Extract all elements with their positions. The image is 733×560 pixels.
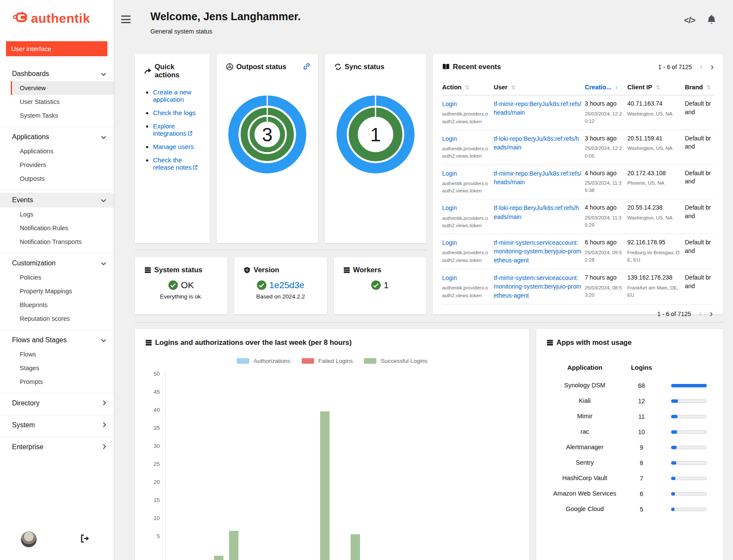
user-interface-button[interactable]: User interface xyxy=(6,41,107,56)
event-action-link[interactable]: Login xyxy=(442,100,490,108)
authentik-logo[interactable]: authentik xyxy=(0,0,114,33)
chart-bar[interactable] xyxy=(351,534,360,560)
event-action-link[interactable]: Login xyxy=(442,274,490,282)
sidebar-item-notification-transports[interactable]: Notification Transports xyxy=(11,235,114,249)
sidebar-section-header[interactable]: System xyxy=(0,418,114,432)
sidebar-item-stages[interactable]: Stages xyxy=(11,361,114,375)
sidebar-item-flows[interactable]: Flows xyxy=(11,347,114,361)
dashboard-content: Quick actions Create a new applicationCh… xyxy=(114,45,733,560)
chart-bar[interactable] xyxy=(320,411,330,560)
sidebar-item-notification-rules[interactable]: Notification Rules xyxy=(11,221,114,235)
sidebar-section-directory: Directory xyxy=(0,393,114,415)
chart-bar[interactable] xyxy=(214,556,223,560)
event-client-ip-cell: 40.71.163.74Washington, US, NA xyxy=(627,95,684,130)
app-login-count: 12 xyxy=(623,398,660,405)
sidebar-item-policies[interactable]: Policies xyxy=(11,271,114,284)
legend-item-failed-logins[interactable]: Failed Logins xyxy=(302,358,353,364)
app-login-count: 7 xyxy=(623,475,660,482)
apps-usage-title: Apps with most usage xyxy=(556,338,632,347)
sort-icon[interactable]: ⇅ xyxy=(465,84,470,91)
sidebar-item-reputation-scores[interactable]: Reputation scores xyxy=(11,312,114,326)
event-client-ip-cell: 92.116.178.95Freiburg im Breisgau, DE, E… xyxy=(627,234,684,269)
sidebar-section-header[interactable]: Customization xyxy=(0,256,114,271)
chart-bar[interactable] xyxy=(229,531,238,560)
column-header-brand[interactable]: Brand⇅ xyxy=(685,79,714,95)
version-value-link[interactable]: 1e25d3e xyxy=(269,280,305,290)
sidebar-item-system-tasks[interactable]: System Tasks xyxy=(11,109,114,122)
event-client-ip-cell: 20.51.159.41Washington, US, NA xyxy=(627,130,684,164)
progress-fill xyxy=(671,477,675,480)
legend-item-authorizations[interactable]: Authorizations xyxy=(237,358,290,364)
sort-icon[interactable]: ⇅ xyxy=(656,84,660,91)
sidebar-section-label: Applications xyxy=(12,133,49,141)
sidebar-footer xyxy=(0,519,114,560)
sort-icon[interactable]: ⇅ xyxy=(706,84,711,91)
legend-item-successful-logins[interactable]: Successful Logins xyxy=(364,358,428,364)
sort-icon[interactable]: ⇅ xyxy=(511,84,516,91)
user-avatar[interactable] xyxy=(21,531,37,548)
column-header-action[interactable]: Action⇅ xyxy=(442,79,493,95)
app-name: Alertmanager xyxy=(547,443,623,452)
event-time-ago: 4 hours ago xyxy=(585,204,624,212)
notifications-bell-icon[interactable] xyxy=(707,15,716,26)
event-user-link[interactable]: tf-mimir-system:serviceaccount:monitorin… xyxy=(494,238,581,265)
hamburger-menu-icon[interactable] xyxy=(121,15,131,23)
sidebar-item-providers[interactable]: Providers xyxy=(11,158,114,172)
event-user-link[interactable]: tf-loki-repo:BeryJu/k8s:ref:refs/heads/m… xyxy=(494,134,581,152)
event-action-link[interactable]: Login xyxy=(442,204,490,212)
app-login-count: 68 xyxy=(623,382,660,389)
sign-out-icon[interactable] xyxy=(80,534,90,545)
sidebar-section-header[interactable]: Applications xyxy=(0,130,114,144)
event-user-link[interactable]: tf-mimir-system:serviceaccount:monitorin… xyxy=(494,274,581,300)
column-header-user[interactable]: User⇅ xyxy=(494,79,584,95)
pagination-next-icon[interactable]: › xyxy=(711,64,714,70)
sidebar-item-user-statistics[interactable]: User Statistics xyxy=(11,95,114,109)
event-user-link[interactable]: tf-mimir-repo:BeryJu/k8s:ref:refs/heads/… xyxy=(494,100,581,117)
sidebar-item-property-mappings[interactable]: Property Mappings xyxy=(11,284,114,298)
sidebar-item-logs[interactable]: Logs xyxy=(11,207,114,221)
sidebar-item-outposts[interactable]: Outposts xyxy=(11,172,114,186)
sidebar-item-blueprints[interactable]: Blueprints xyxy=(11,298,114,312)
quick-action-link[interactable]: Manage users xyxy=(153,143,194,150)
sort-ascending-icon[interactable]: ↑ xyxy=(615,84,618,91)
check-circle-icon xyxy=(257,280,266,290)
outpost-link-icon[interactable] xyxy=(303,63,310,72)
sidebar-section-header[interactable]: Dashboards xyxy=(0,67,114,81)
sidebar-section-header[interactable]: Directory xyxy=(0,396,114,411)
event-action-link[interactable]: Login xyxy=(442,238,490,247)
server-icon xyxy=(145,339,152,346)
sidebar-item-prompts[interactable]: Prompts xyxy=(11,375,114,389)
sidebar-section-system: System xyxy=(0,415,114,437)
event-context: authentik.providers.oauth2.views.token xyxy=(442,215,490,230)
app-login-count: 9 xyxy=(623,444,660,451)
quick-action-link[interactable]: Create a new application xyxy=(153,88,191,103)
quick-action-link[interactable]: Check the release notes xyxy=(153,156,192,171)
sidebar-section-header[interactable]: Enterprise xyxy=(0,440,114,454)
events-pagination-bottom: 1 - 6 of 7125 ‹ › xyxy=(657,310,713,317)
quick-action-link[interactable]: Explore integrations xyxy=(153,122,186,137)
sidebar-section-header[interactable]: Events xyxy=(0,193,114,207)
pagination-prev-icon[interactable]: ‹ xyxy=(699,311,702,317)
event-user-link[interactable]: tf-loki-repo:BeryJu/k8s:ref:refs/heads/m… xyxy=(494,204,581,221)
app-usage-bar xyxy=(660,415,713,418)
column-header-creatio-[interactable]: Creatio...↑ xyxy=(585,79,626,95)
pagination-prev-icon[interactable]: ‹ xyxy=(699,64,702,70)
sidebar-section-header[interactable]: Flows and Stages xyxy=(0,333,114,347)
progress-track xyxy=(671,492,707,496)
app-name: HashiCorp Vault xyxy=(547,474,623,483)
legend-swatch xyxy=(237,358,249,364)
sidebar-item-applications[interactable]: Applications xyxy=(11,144,114,158)
event-timestamp: 25/03/2024, 12:20:05 xyxy=(585,145,624,160)
pagination-next-icon[interactable]: › xyxy=(710,311,713,317)
sidebar-item-overview[interactable]: Overview xyxy=(11,81,114,95)
column-header-client-ip[interactable]: Client IP⇅ xyxy=(627,79,684,95)
y-tick-label: 15 xyxy=(145,497,160,503)
event-action-link[interactable]: Login xyxy=(442,134,490,143)
api-code-icon[interactable]: </> xyxy=(684,15,695,25)
event-action-link[interactable]: Login xyxy=(442,169,490,178)
event-action-cell: Loginauthentik.providers.oauth2.views.to… xyxy=(442,234,493,269)
quick-action-link[interactable]: Check the logs xyxy=(153,109,195,116)
sync-donut-chart: 1 xyxy=(334,93,417,176)
quick-actions-title: Quick actions xyxy=(155,63,200,79)
event-user-link[interactable]: tf-mimir-repo:BeryJu/k8s:ref:refs/heads/… xyxy=(494,169,581,187)
